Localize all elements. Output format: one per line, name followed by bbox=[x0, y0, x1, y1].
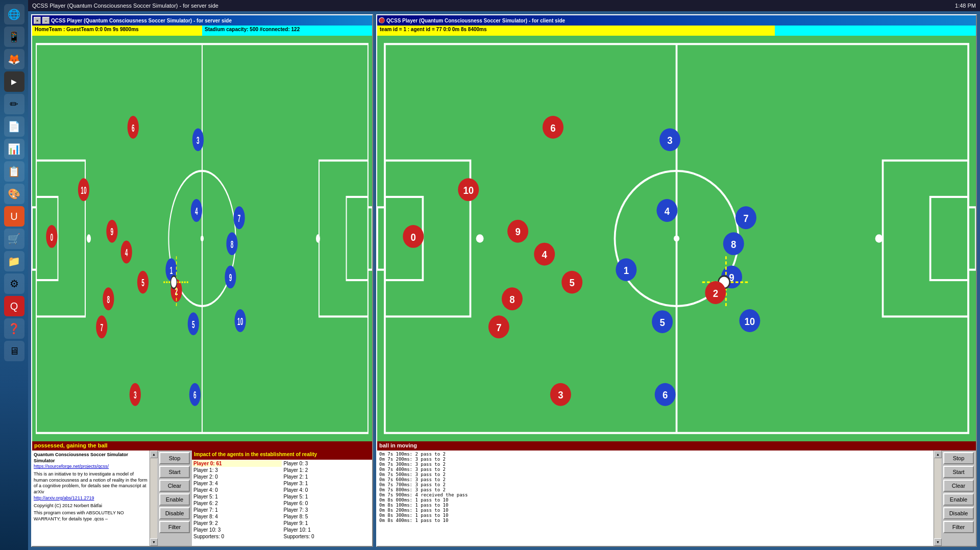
server-clear-button[interactable]: Clear bbox=[159, 480, 190, 492]
server-scrollbar[interactable]: ▲ ▼ bbox=[150, 451, 157, 546]
qcss-desc: This is an initiative to try to investig… bbox=[34, 471, 148, 495]
taskbar-icon-paint[interactable]: 🎨 bbox=[4, 184, 24, 204]
svg-text:5: 5 bbox=[570, 277, 575, 288]
client-field-svg: 0 10 9 5 8 4 6 7 3 1 3 4 5 6 7 8 9 10 bbox=[377, 36, 976, 441]
svg-text:10: 10 bbox=[81, 184, 86, 196]
qcss-copyright: Copyright (C) 2012 Norbert Bátfai bbox=[34, 503, 148, 509]
main-area: × – QCSS Player (Quantum Consciousness S… bbox=[28, 11, 980, 550]
svg-point-104 bbox=[316, 234, 320, 242]
svg-text:1: 1 bbox=[624, 264, 629, 276]
client-filter-button[interactable]: Filter bbox=[943, 521, 974, 533]
qcss-link1[interactable]: https://sourceforge.net/projects/qcss/ bbox=[34, 464, 109, 469]
server-enable-button[interactable]: Enable bbox=[159, 493, 190, 506]
server-status-homeguest: HomeTeam : GuestTeam 0:0 0m 9s 9800ms bbox=[32, 26, 202, 36]
server-statusbar: HomeTeam : GuestTeam 0:0 0m 9s 9800ms St… bbox=[32, 26, 372, 36]
taskbar-icon-pencil[interactable]: ✏ bbox=[4, 94, 24, 114]
client-close-btn[interactable] bbox=[379, 17, 385, 23]
server-ctrl-buttons: Stop Start Clear Enable Disable Filter bbox=[157, 451, 192, 546]
server-min-btn[interactable]: – bbox=[42, 17, 50, 24]
taskbar-icon-monitor[interactable]: 🖥 bbox=[4, 341, 24, 361]
svg-text:9: 9 bbox=[229, 271, 232, 283]
server-field-svg: 0 10 9 5 8 4 6 7 3 2 bbox=[32, 36, 372, 441]
svg-text:10: 10 bbox=[237, 315, 243, 327]
client-scroll-track[interactable] bbox=[934, 458, 941, 538]
qcss-link2[interactable]: http://arxiv.org/abs/1211.2719 bbox=[34, 495, 94, 501]
client-scroll-down[interactable]: ▼ bbox=[934, 538, 942, 546]
log-line: 0m 7s 900ms: 4 received the pass bbox=[379, 492, 932, 497]
svg-text:9: 9 bbox=[111, 226, 114, 237]
svg-text:5: 5 bbox=[141, 277, 144, 288]
taskbar-icon-apps[interactable]: 📱 bbox=[4, 27, 24, 47]
svg-text:3: 3 bbox=[134, 389, 137, 401]
svg-text:0: 0 bbox=[411, 231, 416, 243]
client-field: 0 10 9 5 8 4 6 7 3 1 3 4 5 6 7 8 9 10 bbox=[377, 36, 976, 441]
server-start-button[interactable]: Start bbox=[159, 466, 190, 478]
svg-text:6: 6 bbox=[663, 389, 668, 401]
server-scroll-up[interactable]: ▲ bbox=[150, 451, 158, 458]
taskbar-icon-gear[interactable]: ⚙ bbox=[4, 273, 24, 294]
svg-text:6: 6 bbox=[550, 122, 555, 134]
client-below-status: 0m 7s 100ms: 2 pass to 20m 7s 200ms: 3 p… bbox=[377, 451, 976, 546]
svg-text:0: 0 bbox=[51, 231, 54, 243]
svg-text:3: 3 bbox=[197, 134, 200, 146]
server-scroll-down[interactable]: ▼ bbox=[150, 538, 158, 546]
svg-text:3: 3 bbox=[667, 134, 672, 146]
client-disable-button[interactable]: Disable bbox=[943, 507, 974, 519]
taskbar-icon-clipboard[interactable]: 📋 bbox=[4, 161, 24, 182]
server-close-btn[interactable]: × bbox=[34, 17, 41, 24]
taskbar-icon-help[interactable]: ❓ bbox=[4, 318, 24, 339]
svg-point-55 bbox=[201, 235, 204, 241]
svg-text:6: 6 bbox=[132, 122, 135, 134]
taskbar-icon-terminal[interactable]: ▶ bbox=[4, 71, 24, 92]
svg-text:9: 9 bbox=[515, 226, 520, 238]
taskbar-icon-globe[interactable]: 🌐 bbox=[4, 4, 24, 24]
log-line: 0m 8s 400ms: 1 pass to 10 bbox=[379, 518, 932, 523]
server-disable-button[interactable]: Disable bbox=[159, 507, 190, 519]
client-scroll-up[interactable]: ▲ bbox=[934, 451, 942, 458]
taskbar-icon-notes[interactable]: 📄 bbox=[4, 116, 24, 137]
svg-point-103 bbox=[170, 276, 177, 288]
client-status-info: team id = 1 : agent id = 77 0:0 0m 8s 84… bbox=[377, 26, 775, 36]
svg-text:3: 3 bbox=[558, 389, 563, 401]
log-line: 0m 7s 400ms: 3 pass to 2 bbox=[379, 467, 932, 472]
client-enable-button[interactable]: Enable bbox=[943, 493, 974, 506]
client-ctrl-buttons: Stop Start Clear Enable Disable Filter bbox=[941, 451, 976, 546]
svg-text:4: 4 bbox=[542, 248, 547, 260]
log-line: 0m 7s 600ms: 3 pass to 2 bbox=[379, 477, 932, 482]
log-line: 0m 7s 300ms: 3 pass to 2 bbox=[379, 462, 932, 467]
svg-text:7: 7 bbox=[743, 212, 748, 224]
svg-text:10: 10 bbox=[463, 184, 474, 196]
client-start-button[interactable]: Start bbox=[943, 466, 974, 478]
taskbar-icon-search[interactable]: Q bbox=[4, 296, 24, 316]
server-filter-button[interactable]: Filter bbox=[159, 521, 190, 533]
log-line: 0m 7s 200ms: 3 pass to 2 bbox=[379, 457, 932, 462]
client-scrollbar[interactable]: ▲ ▼ bbox=[934, 451, 941, 546]
svg-text:8: 8 bbox=[107, 293, 110, 305]
svg-text:1: 1 bbox=[170, 264, 173, 276]
log-line: 0m 7s 800ms: 3 pass to 2 bbox=[379, 487, 932, 492]
qcss-name: Quantum Consciousness Soccer Simulator bbox=[34, 452, 148, 458]
taskbar-icon-ubiquity[interactable]: U bbox=[4, 206, 24, 227]
svg-text:7: 7 bbox=[100, 321, 103, 333]
client-status-extra bbox=[775, 26, 976, 36]
server-scroll-track[interactable] bbox=[150, 458, 157, 538]
taskbar-icon-firefox[interactable]: 🦊 bbox=[4, 49, 24, 69]
client-window-title: QCSS Player (Quantum Consciousness Socce… bbox=[386, 18, 974, 23]
log-line: 0m 8s 100ms: 1 pass to 10 bbox=[379, 503, 932, 508]
client-stop-button[interactable]: Stop bbox=[943, 452, 974, 464]
taskbar-icon-spreadsheet[interactable]: 📊 bbox=[4, 139, 24, 159]
client-window: QCSS Player (Quantum Consciousness Socce… bbox=[376, 14, 977, 547]
os-time: 1:48 PM bbox=[955, 3, 976, 9]
log-line: 0m 7s 500ms: 3 pass to 2 bbox=[379, 472, 932, 477]
os-titlebar: QCSS Player (Quantum Consciousness Socce… bbox=[28, 0, 980, 11]
server-status-msg: possessed, gaining the ball bbox=[32, 441, 372, 451]
client-log-panel: 0m 7s 100ms: 2 pass to 20m 7s 200ms: 3 p… bbox=[377, 451, 934, 546]
taskbar-icon-amazon[interactable]: 🛒 bbox=[4, 229, 24, 249]
client-clear-button[interactable]: Clear bbox=[943, 480, 974, 492]
taskbar-icon-folder[interactable]: 📁 bbox=[4, 251, 24, 271]
server-stop-button[interactable]: Stop bbox=[159, 452, 190, 464]
server-window: × – QCSS Player (Quantum Consciousness S… bbox=[31, 14, 373, 547]
svg-text:4: 4 bbox=[665, 205, 670, 217]
svg-text:10: 10 bbox=[745, 315, 755, 327]
svg-text:5: 5 bbox=[192, 318, 195, 330]
